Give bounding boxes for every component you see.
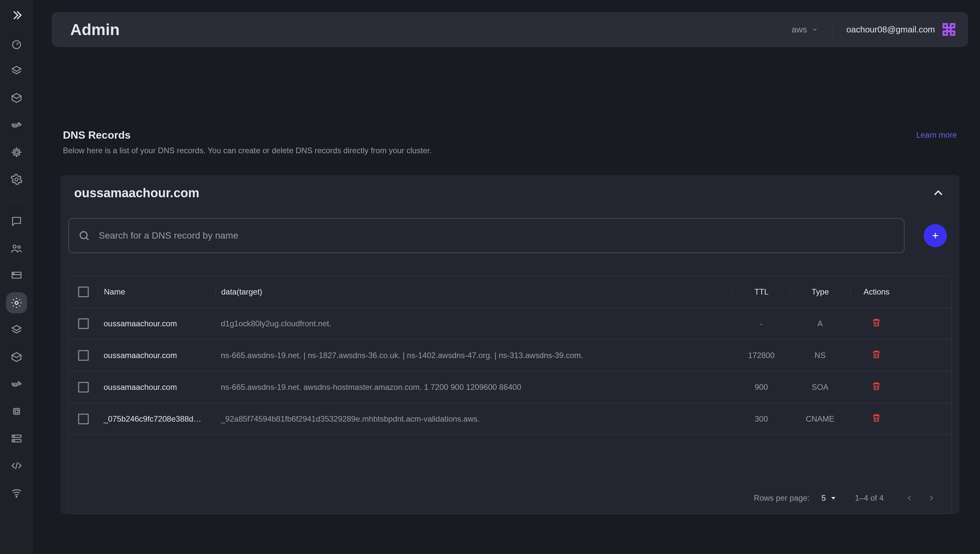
sidebar-toggle[interactable]: [0, 3, 33, 27]
svg-rect-3: [14, 149, 19, 155]
cell-type: CNAME: [790, 414, 850, 423]
table-row: oussamaachour.com ns-665.awsdns-19.net. …: [69, 339, 951, 371]
trash-icon: [872, 381, 881, 391]
chevron-right-icon: [927, 494, 936, 503]
nav-people[interactable]: [6, 238, 27, 259]
svg-point-30: [80, 232, 87, 239]
nav-wifi[interactable]: [6, 482, 27, 503]
cell-type: SOA: [790, 382, 850, 392]
chat-icon: [11, 215, 22, 228]
nav-box2[interactable]: [6, 347, 27, 368]
delete-button[interactable]: [872, 349, 881, 361]
nav-memory[interactable]: [6, 142, 27, 163]
table-empty-space: [69, 435, 951, 482]
box-icon: [11, 351, 22, 363]
nav-layers[interactable]: [6, 60, 27, 81]
svg-point-24: [16, 497, 17, 497]
cell-ttl: 300: [732, 414, 790, 423]
svg-rect-17: [14, 408, 19, 414]
svg-marker-16: [12, 326, 21, 331]
learn-more-link[interactable]: Learn more: [916, 131, 957, 140]
storage-icon: [11, 433, 22, 444]
rows-per-page-value: 5: [821, 494, 826, 503]
nav-storage[interactable]: [6, 428, 27, 449]
layers-icon: [11, 324, 22, 336]
chevrons-right-icon: [10, 9, 23, 22]
nav-dashboard[interactable]: [6, 33, 27, 54]
brand-icon: [942, 22, 956, 37]
rows-per-page-select[interactable]: 5: [821, 494, 837, 503]
col-type: Type: [790, 287, 850, 296]
row-checkbox[interactable]: [78, 414, 89, 424]
rows-per-page-label: Rows per page:: [754, 494, 809, 503]
nav-code[interactable]: [6, 455, 27, 476]
wifi-icon: [11, 487, 22, 499]
row-checkbox[interactable]: [78, 318, 89, 329]
accordion-header[interactable]: oussamaachour.com: [60, 175, 959, 211]
nav-settings[interactable]: [6, 169, 27, 190]
delete-button[interactable]: [872, 318, 881, 330]
gear-icon: [11, 174, 22, 185]
nav-box[interactable]: [6, 88, 27, 108]
header: Admin aws oachour08@gmail.com: [52, 12, 968, 47]
svg-line-23: [16, 462, 18, 469]
nav-memory2[interactable]: [6, 401, 27, 422]
nav-workspace[interactable]: [6, 265, 27, 286]
cell-name: oussamaachour.com: [98, 339, 215, 371]
whale-icon: [11, 378, 22, 390]
dns-gear-icon: [11, 297, 22, 309]
dashboard-icon: [11, 38, 22, 49]
cell-ttl: 900: [732, 382, 790, 392]
page-prev-button[interactable]: [902, 490, 918, 506]
chevron-left-icon: [905, 494, 914, 503]
svg-line-31: [86, 237, 89, 240]
col-name: Name: [98, 287, 215, 296]
nav-layers2[interactable]: [6, 319, 27, 341]
delete-button[interactable]: [872, 381, 881, 393]
svg-point-15: [15, 301, 18, 304]
cell-name: _075b246c9fc7208e388d…: [98, 403, 215, 435]
nav-dns[interactable]: [6, 292, 27, 314]
table-row: oussamaachour.com ns-665.awsdns-19.net. …: [69, 371, 951, 403]
cell-data: _92a85f74594b81fb6f2941d35329289e.mhbtsb…: [215, 403, 732, 435]
records-table: Name data(target) TTL Type Actions oussa…: [68, 276, 951, 514]
user-email: oachour08@gmail.com: [846, 24, 935, 35]
row-checkbox[interactable]: [78, 382, 89, 393]
header-sep: [832, 20, 832, 39]
svg-rect-18: [15, 410, 18, 413]
cell-ttl: 172800: [732, 351, 790, 360]
table-row: oussamaachour.com d1g1ock80ly2ug.cloudfr…: [69, 308, 951, 339]
svg-rect-4: [15, 151, 18, 154]
trash-icon: [872, 413, 881, 423]
page-title: Admin: [70, 21, 792, 39]
add-record-button[interactable]: [924, 224, 947, 247]
delete-button[interactable]: [872, 413, 881, 425]
nav-docker[interactable]: [6, 115, 27, 136]
svg-point-21: [14, 436, 14, 436]
search-input[interactable]: [98, 230, 895, 241]
svg-point-22: [14, 441, 14, 441]
table-row: _075b246c9fc7208e388d… _92a85f74594b81fb…: [69, 403, 951, 435]
row-checkbox[interactable]: [78, 350, 89, 361]
col-data: data(target): [215, 287, 732, 296]
svg-marker-42: [832, 497, 835, 499]
trash-icon: [872, 318, 881, 328]
env-label: aws: [792, 24, 807, 35]
nav-feedback[interactable]: [6, 211, 27, 232]
cell-type: NS: [790, 351, 850, 360]
nav-docker2[interactable]: [6, 374, 27, 395]
env-selector[interactable]: aws: [792, 24, 818, 35]
select-all-checkbox[interactable]: [78, 287, 89, 297]
svg-point-13: [13, 273, 14, 274]
col-actions: Actions: [850, 287, 903, 296]
cell-ttl: -: [732, 319, 790, 328]
page-next-button[interactable]: [923, 490, 939, 506]
svg-rect-29: [947, 28, 951, 32]
cell-type: A: [790, 319, 850, 328]
cell-data: ns-665.awsdns-19.net. awsdns-hostmaster.…: [215, 371, 732, 403]
cell-data: ns-665.awsdns-19.net. | ns-1827.awsdns-3…: [215, 339, 732, 371]
plus-icon: [931, 231, 940, 240]
people-icon: [11, 243, 22, 255]
search-container: [68, 218, 905, 253]
box-icon: [11, 92, 22, 104]
